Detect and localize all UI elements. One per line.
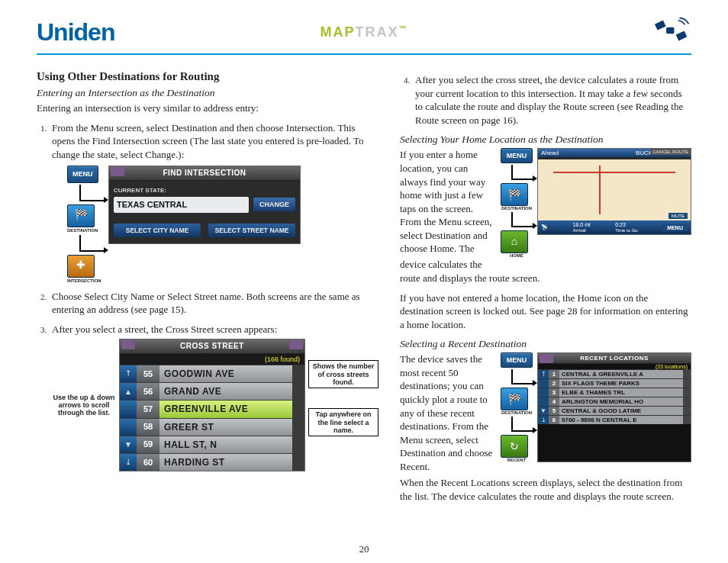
svg-rect-2 <box>676 31 688 40</box>
state-input[interactable]: TEXAS CENTRAL <box>114 197 249 213</box>
recent-icon[interactable]: ↻ <box>501 435 528 458</box>
home-text-2: device calculates the route and displays… <box>400 258 691 285</box>
intro-text: Entering an intersection is very similar… <box>37 101 378 115</box>
back-icon[interactable] <box>111 167 124 176</box>
menu-button[interactable]: MENU <box>501 352 533 368</box>
mute-button[interactable]: MUTE <box>668 213 688 219</box>
figure-find-intersection: MENU 🏁 DESTINATION ✚ INTERSECTION FIND I… <box>67 166 378 283</box>
arrow-icon <box>511 417 533 432</box>
svg-rect-0 <box>666 27 674 34</box>
list-item[interactable]: ▼5CENTRAL & GOOD LATIME <box>538 406 691 415</box>
page-header: Uniden MAPTRAX™ <box>37 15 691 55</box>
satellite-icon <box>652 15 691 49</box>
figure-home-route: MENU 🏁 DESTINATION ⌂ HOME AheadBUCKINGHA… <box>501 148 691 258</box>
screen-title: CROSS STREET <box>180 342 244 350</box>
menu-button[interactable]: MENU <box>501 148 533 163</box>
scroll-bottom-icon[interactable]: ⤓ <box>120 454 137 471</box>
select-street-button[interactable]: SELECT STREET NAME <box>208 224 295 237</box>
subsection-recent: Selecting a Recent Destination <box>400 337 691 351</box>
page-number: 20 <box>0 543 728 555</box>
destination-icon[interactable]: 🏁 <box>67 204 95 227</box>
right-column: After you select the cross street, the d… <box>400 70 691 509</box>
scroll-up-icon[interactable]: ▲ <box>120 383 137 400</box>
subsection-home: Selecting Your Home Location as the Dest… <box>400 133 691 146</box>
step-2: Choose Select City Name or Select Street… <box>49 290 378 317</box>
intersection-label: INTERSECTION <box>67 278 101 284</box>
arrow-icon <box>79 235 104 252</box>
svg-rect-1 <box>655 21 666 31</box>
left-column: Using Other Destinations for Routing Ent… <box>37 70 378 509</box>
home-icon[interactable]: ⌂ <box>501 230 528 253</box>
results-count: (166 found) <box>120 354 304 365</box>
list-item[interactable]: ⤒1CENTRAL & GREENVILLE A <box>538 369 691 378</box>
note-count: Shows the number of cross streets found. <box>308 360 378 388</box>
step-3: After you select a street, the Cross Str… <box>49 323 378 471</box>
scroll-top-icon[interactable]: ⤒ <box>120 365 137 382</box>
maptrax-logo: MAPTRAX™ <box>321 24 408 40</box>
list-item[interactable]: 3ELBE & THAMES TRL <box>538 388 691 397</box>
results-count: (33 locations) <box>538 364 691 369</box>
time-to-go-value: 0:23 <box>615 222 626 227</box>
arrow-icon <box>511 212 533 227</box>
change-button[interactable]: CHANGE <box>253 198 295 211</box>
destination-icon[interactable]: 🏁 <box>501 388 528 410</box>
cancel-route-button[interactable]: CANCEL ROUTE <box>650 149 691 155</box>
home-text-3: If you have not entered a home location,… <box>400 291 691 332</box>
destination-label: DESTINATION <box>501 410 533 415</box>
distance-value: 18.0 mi <box>573 222 591 227</box>
list-item[interactable]: 2SIX FLAGS THEME PARKS <box>538 378 691 388</box>
ahead-label: Ahead <box>541 150 559 156</box>
intersection-icon[interactable]: ✚ <box>67 255 95 278</box>
section-title: Using Other Destinations for Routing <box>37 70 378 83</box>
list-item[interactable]: 58GREER ST <box>120 418 304 436</box>
list-item[interactable]: ▼59HALL ST, N <box>120 436 304 453</box>
list-item[interactable]: 4ARLINGTON MEMORIAL HO <box>538 397 691 406</box>
list-item[interactable]: ⤓69700 - 9898 N CENTRAL E <box>538 415 691 424</box>
recent-label: RECENT <box>501 458 533 462</box>
arrow-icon <box>511 369 533 384</box>
screen-title: RECENT LOCATIONS <box>580 355 649 362</box>
subsection-intersection: Entering an Intersection as the Destinat… <box>37 86 378 100</box>
back-icon[interactable] <box>121 340 135 349</box>
screen-title: FIND INTERSECTION <box>163 169 246 177</box>
arrow-icon <box>511 165 533 180</box>
figure-recent-locations: MENU 🏁 DESTINATION ↻ RECENT RECENT LOCAT… <box>501 352 691 462</box>
scroll-down-icon[interactable]: ▼ <box>120 436 137 453</box>
arrow-icon <box>79 185 104 201</box>
note-tap: Tap anywhere on the line select a name. <box>308 408 378 436</box>
recent-text-2: When the Recent Locations screen display… <box>400 476 691 503</box>
menu-button[interactable]: MENU <box>662 224 688 231</box>
destination-label: DESTINATION <box>67 227 98 233</box>
uniden-logo: Uniden <box>37 18 114 47</box>
forward-icon[interactable] <box>289 340 303 349</box>
list-item[interactable]: ⤓60HARDING ST <box>120 453 304 471</box>
destination-label: DESTINATION <box>501 206 533 211</box>
map-view[interactable] <box>538 159 691 220</box>
note-scroll: Use the up & down arrows to scroll throu… <box>52 394 116 417</box>
list-item[interactable]: ▲56GRAND AVE <box>120 382 304 400</box>
step-4: After you select the cross street, the d… <box>412 73 691 127</box>
step-1: From the Menu screen, select Destination… <box>49 121 378 284</box>
back-icon[interactable] <box>540 354 553 363</box>
list-item[interactable]: ⤒55GOODWIN AVE <box>120 365 304 382</box>
figure-cross-street: Use the up & down arrows to scroll throu… <box>52 339 378 471</box>
menu-button[interactable]: MENU <box>67 166 98 182</box>
current-state-label: CURRENT STATE: <box>114 187 295 195</box>
home-label: HOME <box>501 253 533 258</box>
list-item[interactable]: 57GREENVILLE AVE <box>120 400 304 417</box>
destination-icon[interactable]: 🏁 <box>501 183 528 206</box>
select-city-button[interactable]: SELECT CITY NAME <box>114 224 201 237</box>
